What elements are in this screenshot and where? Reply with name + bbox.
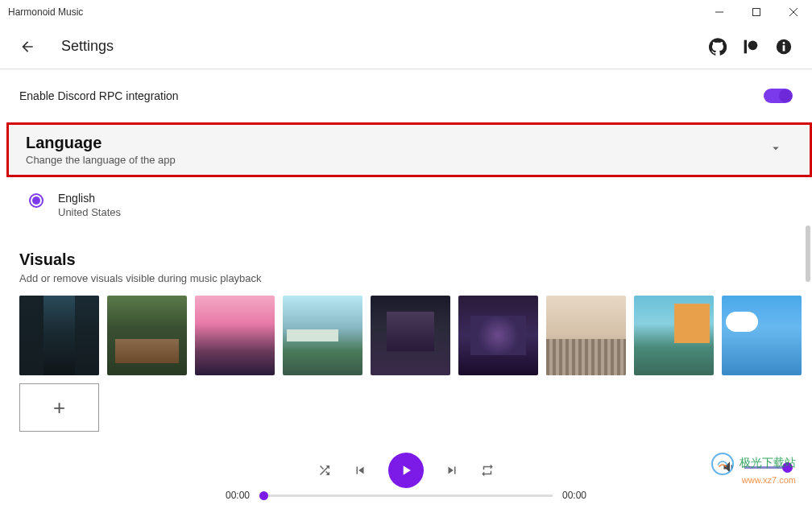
next-button[interactable] bbox=[445, 463, 459, 478]
volume-icon[interactable] bbox=[722, 459, 738, 475]
svg-rect-1 bbox=[753, 9, 760, 16]
language-title: Language bbox=[26, 134, 176, 152]
visual-thumbnail[interactable] bbox=[458, 296, 538, 375]
page-title: Settings bbox=[61, 38, 114, 55]
visual-thumbnail[interactable] bbox=[195, 296, 275, 375]
previous-button[interactable] bbox=[353, 463, 367, 478]
visual-thumbnail[interactable] bbox=[634, 296, 714, 375]
svg-point-5 bbox=[748, 40, 758, 50]
repeat-button[interactable] bbox=[480, 463, 495, 478]
progress-row: 00:00 00:00 bbox=[226, 490, 586, 501]
player-bar: 00:00 00:00 bbox=[0, 445, 812, 509]
language-option[interactable]: English United States bbox=[0, 177, 812, 228]
volume-control bbox=[722, 459, 793, 475]
volume-handle[interactable] bbox=[782, 462, 793, 473]
svg-point-7 bbox=[783, 42, 785, 44]
close-button[interactable] bbox=[775, 0, 812, 24]
discord-rpc-row: Enable Discord RPC integration bbox=[0, 69, 812, 113]
discord-rpc-label: Enable Discord RPC integration bbox=[19, 89, 179, 102]
chevron-down-icon[interactable] bbox=[768, 141, 783, 159]
language-name: English bbox=[58, 192, 121, 205]
visual-thumbnail[interactable] bbox=[722, 296, 802, 375]
info-icon[interactable] bbox=[775, 38, 793, 56]
language-region: United States bbox=[58, 206, 121, 218]
back-button[interactable] bbox=[19, 39, 35, 55]
visual-thumbnail[interactable] bbox=[283, 296, 362, 375]
patreon-icon[interactable] bbox=[743, 39, 759, 55]
language-section-header[interactable]: Language Change the language of the app bbox=[6, 122, 812, 177]
content-area: Enable Discord RPC integration Language … bbox=[0, 69, 812, 445]
add-visual-button[interactable]: + bbox=[19, 383, 99, 432]
visuals-title: Visuals bbox=[19, 250, 793, 269]
app-title: Harmonoid Music bbox=[8, 6, 83, 18]
svg-rect-4 bbox=[744, 39, 747, 53]
window-controls bbox=[701, 0, 812, 24]
visuals-subtitle: Add or remove visuals visible during mus… bbox=[19, 272, 793, 284]
visual-thumbnail[interactable] bbox=[19, 296, 99, 375]
discord-rpc-toggle[interactable] bbox=[764, 89, 793, 103]
shuffle-button[interactable] bbox=[317, 463, 332, 478]
scrollbar[interactable] bbox=[806, 226, 810, 282]
visuals-thumbnails bbox=[19, 296, 793, 375]
plus-icon: + bbox=[53, 395, 65, 420]
maximize-button[interactable] bbox=[738, 0, 775, 24]
progress-bar[interactable] bbox=[259, 495, 553, 497]
language-subtitle: Change the language of the app bbox=[26, 154, 176, 166]
progress-handle[interactable] bbox=[259, 491, 268, 500]
visual-thumbnail[interactable] bbox=[371, 296, 450, 375]
titlebar: Harmonoid Music bbox=[0, 0, 812, 24]
svg-rect-8 bbox=[783, 45, 785, 51]
minimize-button[interactable] bbox=[701, 0, 738, 24]
header: Settings bbox=[0, 24, 812, 69]
visual-thumbnail[interactable] bbox=[546, 296, 626, 375]
time-total: 00:00 bbox=[562, 490, 586, 501]
play-button[interactable] bbox=[388, 453, 424, 488]
radio-selected-icon[interactable] bbox=[29, 193, 44, 208]
github-icon[interactable] bbox=[709, 38, 727, 56]
volume-bar[interactable] bbox=[744, 466, 793, 469]
visual-thumbnail[interactable] bbox=[107, 296, 187, 375]
visuals-section: Visuals Add or remove visuals visible du… bbox=[0, 228, 812, 375]
time-current: 00:00 bbox=[226, 490, 250, 501]
